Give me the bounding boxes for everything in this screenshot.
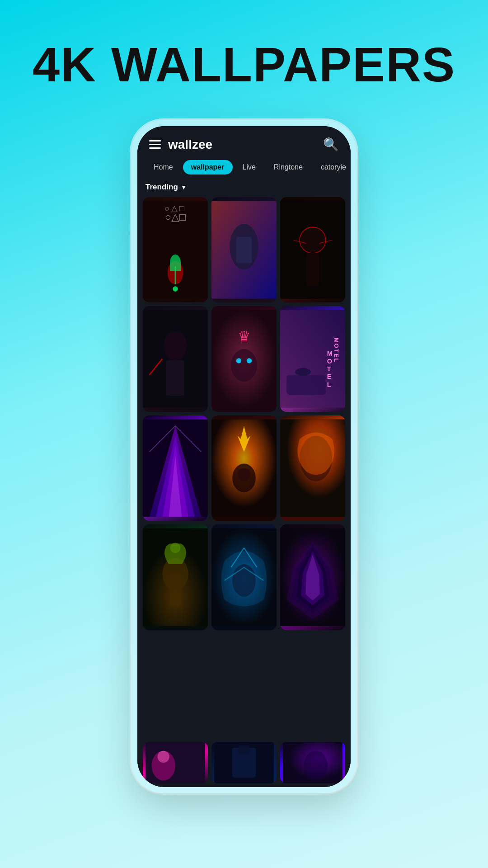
svg-point-23: [247, 359, 252, 364]
svg-point-15: [164, 332, 187, 360]
svg-point-64: [158, 751, 169, 763]
tab-catoryie[interactable]: catoryie: [313, 160, 351, 175]
svg-rect-26: [286, 375, 325, 395]
wallpaper-partial-2[interactable]: [211, 742, 277, 783]
wallpaper-item-9[interactable]: [280, 415, 345, 521]
svg-rect-67: [238, 745, 250, 754]
svg-rect-11: [306, 253, 319, 286]
wallpaper-item-2[interactable]: [211, 197, 277, 302]
svg-point-22: [236, 359, 242, 364]
phone-screen: wallzee 🔍 Home wallpaper Live Ringtone c…: [137, 126, 351, 787]
svg-text:E: E: [327, 373, 332, 381]
trending-row[interactable]: Trending ▼: [137, 179, 351, 194]
wallpaper-grid: ○△□: [137, 194, 351, 742]
svg-point-32: [295, 368, 311, 376]
svg-text:♛: ♛: [238, 328, 251, 344]
svg-rect-16: [166, 360, 184, 396]
wallpaper-partial-3[interactable]: [280, 742, 345, 783]
wallpaper-item-8[interactable]: [211, 415, 277, 521]
wallpaper-item-4[interactable]: [143, 306, 208, 411]
svg-text:M: M: [327, 350, 333, 357]
wallpaper-partial-1[interactable]: [143, 742, 208, 783]
svg-point-21: [231, 349, 257, 382]
phone-mockup: wallzee 🔍 Home wallpaper Live Ringtone c…: [131, 120, 357, 793]
wallpaper-item-7[interactable]: [143, 415, 208, 521]
search-icon[interactable]: 🔍: [323, 137, 339, 152]
wallpaper-item-11[interactable]: [211, 524, 277, 630]
svg-rect-8: [236, 237, 252, 263]
app-header: wallzee 🔍: [137, 126, 351, 158]
tab-live[interactable]: Live: [235, 160, 264, 175]
wallpaper-item-3[interactable]: [280, 197, 345, 302]
trending-label: Trending: [145, 183, 178, 192]
svg-text:O: O: [327, 358, 332, 365]
menu-icon[interactable]: [149, 140, 161, 149]
tab-ringtone[interactable]: Ringtone: [266, 160, 311, 175]
chevron-down-icon: ▼: [181, 184, 187, 191]
nav-tabs: Home wallpaper Live Ringtone catoryie: [137, 158, 351, 179]
partial-bottom-row: [137, 742, 351, 787]
tab-wallpaper[interactable]: wallpaper: [183, 160, 233, 175]
tab-home[interactable]: Home: [145, 160, 181, 175]
wallpaper-item-6[interactable]: M O T E L: [280, 306, 345, 411]
wallpaper-item-1[interactable]: ○△□: [143, 197, 208, 302]
svg-text:T: T: [327, 365, 331, 373]
header-left: wallzee: [149, 137, 212, 152]
svg-point-3: [173, 286, 178, 292]
svg-text:○△□: ○△□: [165, 211, 186, 223]
wallpaper-item-10[interactable]: [143, 524, 208, 630]
wallpaper-item-5[interactable]: ♛: [211, 306, 277, 411]
page-title: 4K WALLPAPERS: [33, 36, 455, 93]
app-name-label: wallzee: [168, 137, 212, 152]
svg-point-10: [300, 227, 326, 253]
svg-text:L: L: [327, 381, 331, 388]
svg-point-52: [170, 543, 180, 553]
svg-point-70: [304, 751, 328, 781]
svg-point-43: [238, 468, 251, 481]
wallpaper-item-12[interactable]: [280, 524, 345, 630]
